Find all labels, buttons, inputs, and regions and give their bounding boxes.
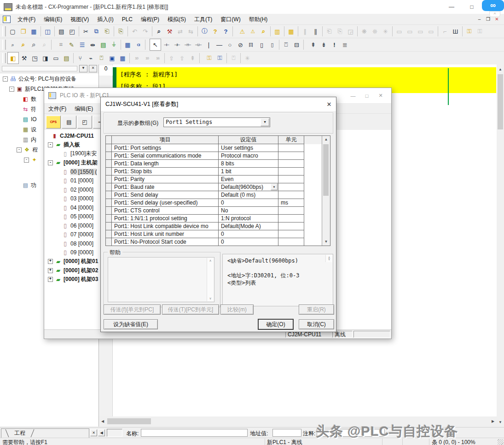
minimize-button[interactable]: — (441, 0, 462, 13)
help-list-box[interactable]: ∧ ∨ (108, 257, 214, 302)
parameter-value[interactable]: User settings ▼ (219, 144, 278, 152)
cut-icon[interactable]: ✂ (81, 26, 91, 37)
watch-window-icon[interactable]: ◨ (40, 53, 51, 64)
toolbar-grip[interactable] (2, 53, 6, 63)
find-replace-icon[interactable]: ⇄ (175, 26, 185, 37)
pane-close-button[interactable]: ✕ (90, 429, 97, 436)
parameter-value[interactable]: Default(Mode A) ▼ (219, 222, 278, 230)
parameter-value[interactable]: 0 ▼ (219, 230, 278, 238)
copy-icon[interactable]: ⧉ (91, 26, 102, 37)
grid-icon[interactable]: ⌗ (56, 39, 66, 50)
tree-expander[interactable]: - (17, 147, 22, 152)
row-selector[interactable] (106, 144, 112, 152)
force-reset-icon[interactable]: ▭ (415, 26, 426, 37)
search-project-icon[interactable]: ◫ (42, 26, 53, 37)
io-multiview-icon[interactable]: ▦ (117, 53, 128, 64)
row-selector[interactable] (106, 152, 112, 160)
transfer-pc-to-unit-button[interactable]: 传送(T)[PC到单元] (162, 304, 219, 315)
toolbar-grip[interactable] (2, 40, 6, 50)
menu-item[interactable]: 编程(P) (137, 14, 163, 24)
scroll-right-icon[interactable]: ▶ (489, 416, 497, 426)
transfer-unit-to-pc-button[interactable]: 传送(f)[单元到PC] (104, 304, 161, 315)
help-scrollbar[interactable]: ∧ ∨ (207, 258, 214, 301)
row-selector[interactable] (106, 191, 112, 199)
print-preview-icon[interactable]: ◰ (67, 26, 77, 37)
parameter-row[interactable]: Port1: Baud rate Default(9600bps) ▼ (106, 183, 330, 191)
hex-icon[interactable]: 16 (152, 53, 163, 64)
address-field[interactable] (272, 429, 301, 437)
transfer-program-icon[interactable]: ⎘ (335, 26, 345, 37)
find-icon[interactable]: ⌕ (154, 26, 164, 37)
parameter-row[interactable]: Port1: Port settings User settings ▼ (106, 144, 330, 152)
contact-down-icon[interactable]: ⊣↓⊢ (193, 39, 203, 50)
print-icon[interactable]: ▤ (62, 116, 76, 129)
parameter-row[interactable]: Port1: Stop bits 1 bit ▼ (106, 168, 330, 176)
io-menu-item[interactable]: 编辑(E) (70, 104, 97, 114)
print-icon[interactable]: ▤ (56, 26, 67, 37)
badge-collapse-chevron[interactable]: ㅅ (489, 11, 500, 17)
scroll-down-icon[interactable]: ▼ (497, 419, 504, 426)
run-mode-icon[interactable]: ❋ (359, 26, 370, 37)
child-minimize-button[interactable]: – (475, 15, 484, 23)
address-reference-icon[interactable]: ⌁ (86, 53, 96, 64)
debug-mode-icon[interactable]: ✳ (380, 26, 391, 37)
row-selector[interactable] (106, 238, 112, 246)
zoom-fit-icon[interactable]: ⌕ (39, 39, 50, 50)
parameter-row[interactable]: Port1: Serial communications mode Protoc… (106, 152, 330, 160)
menu-item[interactable]: 文件(F) (13, 14, 40, 24)
io-close-button[interactable]: ✕ (374, 90, 388, 101)
menu-item[interactable]: 编辑(E) (40, 14, 66, 24)
diff-up-icon[interactable]: ⇞ (308, 39, 319, 50)
io-minimize-button[interactable]: — (346, 90, 360, 101)
menu-item[interactable]: 模拟(S) (163, 14, 190, 24)
signed-decimal-icon[interactable]: 10 (142, 53, 152, 64)
menu-item[interactable]: 工具(T) (190, 14, 216, 24)
paste-special-icon[interactable]: ⎘ (116, 26, 126, 37)
monitor-step-icon[interactable]: ⇞ (187, 53, 198, 64)
transfer-warning-icon[interactable]: ▦ (286, 26, 296, 37)
scroll-down-icon[interactable]: ▼ (322, 238, 330, 246)
zoom-region-icon[interactable]: ⌕ (18, 39, 29, 50)
maximize-button[interactable]: □ (462, 0, 482, 13)
parameter-row[interactable]: Port1: Send delay Default (0 ms) ▼ (106, 191, 330, 199)
tree-expander[interactable]: - (48, 160, 53, 165)
parameter-value[interactable]: 8 bits ▼ (219, 160, 278, 168)
coil-nc-icon[interactable]: ⊘ (235, 39, 246, 50)
work-online-icon[interactable]: ▥ (272, 26, 283, 37)
contact-up-icon[interactable]: ⊣↑⊢ (182, 39, 193, 50)
scroll-left-icon[interactable]: ◀ (99, 416, 106, 426)
label-jump-icon[interactable]: ⊟ (291, 39, 302, 50)
paste-icon[interactable]: ⎗ (102, 26, 112, 37)
replace-tools-icon[interactable]: ⚒ (164, 26, 175, 37)
compare-button[interactable]: 比较(m) (220, 304, 254, 315)
coil-icon[interactable]: ○ (225, 39, 235, 50)
parameter-group-select[interactable]: Port1 Settings ▼ (163, 117, 270, 127)
diff-down-icon[interactable]: ⇟ (319, 39, 329, 50)
parameter-row[interactable]: Port1: Data length 8 bits ▼ (106, 160, 330, 168)
menu-item[interactable]: PLC (118, 14, 137, 24)
ok-button[interactable]: 确定(O) (258, 319, 293, 329)
output-window-icon[interactable]: ▭ (51, 53, 61, 64)
parameter-value[interactable]: 0 ▼ (219, 199, 278, 207)
scroll-up-icon[interactable]: ▲ (322, 136, 330, 143)
scroll-up-icon[interactable]: ▲ (497, 66, 504, 73)
tree-expander[interactable]: - (3, 76, 8, 82)
tree-expander[interactable]: - (24, 158, 29, 163)
monitor-start-icon[interactable]: ⇧ (166, 53, 177, 64)
address-list-icon[interactable]: ☰ (77, 39, 87, 50)
parameter-value[interactable]: 1 bit ▼ (219, 168, 278, 176)
substitute-icon[interactable]: ⇆ (185, 26, 196, 37)
help-detail-box[interactable]: <缺省>Default(9600bps) <地址>字:D30201, 位:0-3… (222, 254, 333, 306)
decimal-icon[interactable]: 10 (131, 53, 142, 64)
print-preview-icon[interactable]: ◰ (77, 116, 92, 129)
row-selector[interactable] (106, 183, 112, 191)
parameter-value[interactable]: Default (0 ms) ▼ (219, 191, 278, 199)
pane-back-button[interactable]: ◀ (98, 429, 105, 436)
undo-icon[interactable]: ↶ (129, 26, 140, 37)
parameter-row[interactable]: Port1: Parity Even ▼ (106, 176, 330, 183)
row-selector[interactable] (106, 215, 112, 222)
parameter-row[interactable]: Port1: Host Link compatible device mo De… (106, 222, 330, 230)
fb-invocation-icon[interactable]: ▯ (256, 39, 267, 50)
tree-expander[interactable]: + (48, 259, 53, 264)
parameter-row[interactable]: Port1: Send delay (user-specified) 0 ▼ m… (106, 199, 330, 207)
